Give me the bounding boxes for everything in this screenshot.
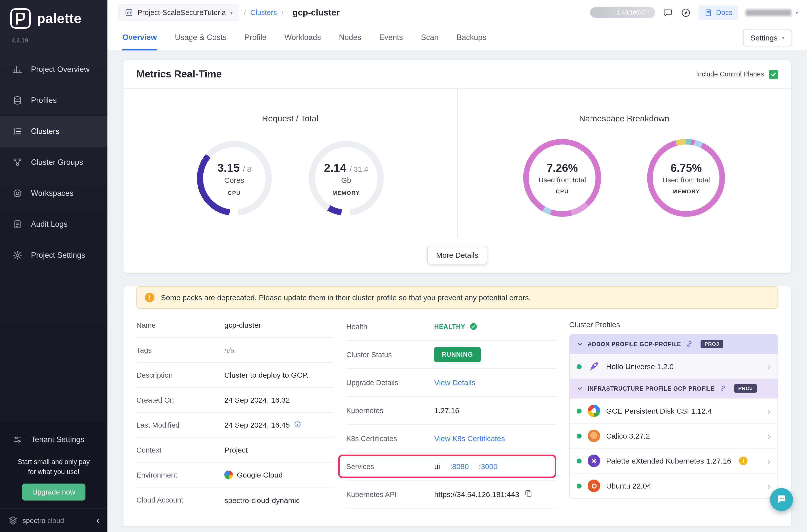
- gce-persistent-disk-icon: [588, 405, 600, 417]
- addon-profile-label: ADDON PROFILE GCP-PROFILE: [588, 341, 681, 347]
- info-row-cloud-account: Cloud Account spectro-cloud-dynamic: [136, 488, 333, 513]
- proj-badge: PROJ: [700, 340, 723, 348]
- sidebar-item-clusters[interactable]: Clusters: [0, 116, 108, 147]
- view-details-link[interactable]: View Details: [434, 378, 475, 387]
- cluster-profiles-title: Cluster Profiles: [569, 320, 778, 329]
- upgrade-promo-text: Start small and only pay for what you us…: [0, 457, 108, 477]
- sidebar-nav: Project Overview Profiles Clusters Clust…: [0, 54, 108, 271]
- service-port-3000-link[interactable]: :3000: [479, 462, 498, 471]
- pack-row-palette-extended-kubernetes[interactable]: Palette eXtended Kubernetes 1.27.16 ! ›: [570, 448, 777, 473]
- tab-scan[interactable]: Scan: [421, 25, 439, 51]
- link-icon[interactable]: [686, 340, 693, 348]
- namespace-memory-metric: MEMORY: [672, 188, 700, 194]
- palette-logo[interactable]: palette: [0, 0, 108, 29]
- include-control-planes-checkbox[interactable]: [769, 70, 778, 79]
- view-certificates-link[interactable]: View K8s Certificates: [434, 434, 505, 442]
- sidebar-item-profiles[interactable]: Profiles: [0, 85, 108, 116]
- pack-row-calico[interactable]: Calico 3.27.2 ›: [570, 423, 777, 448]
- settings-dropdown-button[interactable]: Settings ▾: [743, 29, 792, 46]
- info-row-created-on: Created On 24 Sep 2024, 16:32: [136, 388, 333, 413]
- memory-used: 2.14: [324, 161, 346, 174]
- tab-workloads[interactable]: Workloads: [285, 25, 321, 51]
- breadcrumb-clusters-link[interactable]: Clusters: [250, 8, 277, 17]
- pack-row-gce-csi[interactable]: GCE Persistent Disk CSI 1.12.4 ›: [570, 398, 777, 423]
- tab-events[interactable]: Events: [379, 25, 403, 51]
- row-label: Created On: [136, 396, 224, 404]
- palette-extended-kubernetes-icon: [588, 455, 600, 467]
- settings-label: Settings: [751, 34, 777, 42]
- pack-row-ubuntu[interactable]: Ubuntu 22.04 ›: [570, 473, 777, 498]
- chat-icon[interactable]: [662, 7, 673, 18]
- sidebar-bottom: Tenant Settings Start small and only pay…: [0, 426, 108, 532]
- upgrade-now-button[interactable]: Upgrade now: [22, 483, 86, 500]
- row-label: Context: [136, 446, 224, 454]
- row-value: spectro-cloud-dynamic: [224, 496, 300, 504]
- metrics-card-header: Metrics Real-Time Include Control Planes: [124, 60, 791, 89]
- tab-overview[interactable]: Overview: [123, 25, 157, 51]
- status-row-kubernetes-api: Kubernetes API https://34.54.126.181:443: [346, 480, 556, 509]
- project-selector[interactable]: Project-ScaleSecureTutoria ▾: [118, 4, 239, 20]
- sidebar-item-project-overview[interactable]: Project Overview: [0, 54, 108, 85]
- row-label: Cloud Account: [136, 496, 224, 504]
- status-row-upgrade-details: Upgrade Details View Details: [346, 369, 556, 397]
- api-endpoint: https://34.54.126.181:443: [434, 490, 519, 498]
- metrics-charts: Request / Total 3.15 / 8 Cores CPU: [124, 89, 791, 238]
- tab-nodes[interactable]: Nodes: [339, 25, 361, 51]
- chevron-right-icon: ›: [767, 431, 771, 441]
- cluster-groups-icon: [13, 157, 22, 167]
- info-row-environment: Environment Google Cloud: [136, 462, 333, 488]
- user-menu[interactable]: ▾: [746, 9, 798, 16]
- ubuntu-icon: [588, 479, 600, 492]
- status-row-kubernetes: Kubernetes 1.27.16: [346, 397, 556, 424]
- tab-backups[interactable]: Backups: [457, 25, 486, 51]
- sidebar-item-workspaces[interactable]: Workspaces: [0, 178, 108, 209]
- sidebar-item-tenant-settings[interactable]: Tenant Settings: [0, 426, 108, 453]
- sidebar-item-project-settings[interactable]: Project Settings: [0, 240, 108, 271]
- row-label: Upgrade Details: [346, 378, 434, 386]
- namespace-cpu-donut: 7.26% Used from total CPU: [523, 139, 601, 217]
- info-row-context: Context Project: [136, 438, 333, 462]
- info-icon[interactable]: [294, 420, 301, 429]
- pack-row-hello-universe[interactable]: Hello Universe 1.2.0 ›: [570, 354, 777, 379]
- infrastructure-profile-header[interactable]: INFRASTRUCTURE PROFILE GCP-PROFILE PROJ: [570, 379, 777, 398]
- memory-total: / 31.4: [350, 165, 368, 173]
- copy-icon[interactable]: [524, 489, 533, 499]
- clusters-list-icon: [13, 126, 22, 136]
- compass-icon[interactable]: [680, 7, 691, 18]
- tab-profile[interactable]: Profile: [245, 25, 267, 51]
- row-label: Cluster Status: [346, 350, 434, 358]
- addon-profile-header[interactable]: ADDON PROFILE GCP-PROFILE PROJ: [570, 334, 777, 354]
- metrics-footer: More Details: [124, 238, 791, 273]
- link-icon[interactable]: [719, 385, 727, 392]
- sidebar-item-cluster-groups[interactable]: Cluster Groups: [0, 147, 108, 178]
- memory-gauge: 2.14 / 31.4 Gb MEMORY: [309, 141, 384, 216]
- sidebar-collapse-icon[interactable]: ‹: [96, 515, 99, 525]
- namespace-title: Namespace Breakdown: [579, 114, 669, 124]
- pack-status-dot: [577, 433, 582, 438]
- row-value: Project: [224, 445, 248, 454]
- overview-columns: Name gcp-cluster Tags n/a Description Cl…: [124, 313, 791, 513]
- row-label: Kubernetes: [346, 406, 434, 414]
- chevron-down-icon: ▾: [795, 10, 798, 15]
- top-bar: Project-ScaleSecureTutoria ▾ / Clusters …: [108, 0, 807, 25]
- docs-label: Docs: [716, 8, 733, 17]
- more-details-button[interactable]: More Details: [427, 246, 487, 264]
- namespace-breakdown-panel: Namespace Breakdown 7.26% Used from tota…: [457, 89, 791, 238]
- proj-badge: PROJ: [734, 384, 757, 393]
- namespace-cpu-caption: Used from total: [539, 176, 586, 184]
- docs-button[interactable]: Docs: [698, 5, 738, 20]
- chevron-right-icon: ›: [767, 456, 771, 466]
- deprecation-warning-banner: ! Some packs are deprecated. Please upda…: [136, 286, 778, 309]
- service-port-8080-link[interactable]: :8080: [450, 462, 469, 471]
- pack-status-dot: [577, 408, 582, 413]
- chevron-down-icon: ▾: [782, 35, 785, 40]
- chevron-down-icon: ▾: [230, 10, 233, 15]
- row-label: Description: [136, 371, 224, 379]
- row-value: Google Cloud: [237, 471, 283, 479]
- pack-status-dot: [577, 364, 582, 369]
- namespace-memory-donut: 6.75% Used from total MEMORY: [648, 139, 725, 217]
- tab-usage-costs[interactable]: Usage & Costs: [175, 25, 227, 51]
- support-chat-fab[interactable]: [770, 488, 793, 511]
- status-row-cluster-status: Cluster Status RUNNING: [346, 341, 556, 369]
- sidebar-item-audit-logs[interactable]: Audit Logs: [0, 209, 108, 240]
